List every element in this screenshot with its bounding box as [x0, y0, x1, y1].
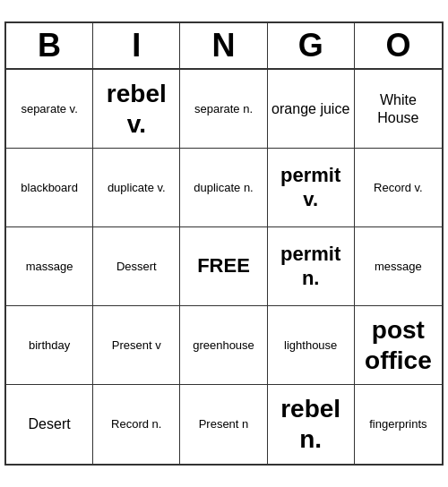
- cell-text-16: Present v: [112, 338, 161, 353]
- bingo-cell-3: orange juice: [268, 70, 355, 149]
- cell-text-22: Present n: [199, 417, 249, 431]
- bingo-cell-24: fingerprints: [355, 385, 442, 464]
- bingo-cell-23: rebel n.: [268, 385, 355, 464]
- bingo-card: BINGO separate v.rebel v.separate n.oran…: [4, 21, 444, 466]
- bingo-cell-11: Dessert: [93, 227, 180, 306]
- bingo-grid: separate v.rebel v.separate n.orange jui…: [6, 70, 442, 464]
- cell-text-1: rebel v.: [97, 79, 176, 139]
- header-letter-i: I: [93, 23, 180, 68]
- cell-text-3: orange juice: [271, 100, 349, 117]
- cell-text-11: Dessert: [116, 260, 157, 274]
- cell-text-13: permit n.: [271, 243, 350, 290]
- cell-text-24: fingerprints: [369, 417, 426, 431]
- cell-text-0: separate v.: [21, 102, 77, 116]
- bingo-cell-8: permit v.: [268, 149, 355, 227]
- cell-text-15: birthday: [29, 338, 70, 353]
- header-letter-o: O: [355, 23, 442, 68]
- bingo-cell-6: duplicate v.: [93, 149, 180, 227]
- bingo-cell-19: post office: [355, 306, 442, 385]
- bingo-cell-1: rebel v.: [93, 70, 180, 149]
- bingo-cell-9: Record v.: [355, 149, 442, 227]
- bingo-cell-17: greenhouse: [180, 306, 267, 385]
- cell-text-7: duplicate n.: [194, 181, 254, 195]
- bingo-cell-13: permit n.: [268, 227, 355, 306]
- bingo-cell-10: massage: [6, 227, 93, 306]
- cell-text-2: separate n.: [194, 102, 253, 116]
- bingo-cell-5: blackboard: [6, 149, 93, 227]
- cell-text-10: massage: [26, 260, 73, 274]
- bingo-cell-16: Present v: [93, 306, 180, 385]
- header-letter-b: B: [6, 23, 93, 68]
- cell-text-20: Desert: [29, 415, 71, 432]
- cell-text-8: permit v.: [271, 164, 350, 211]
- bingo-cell-2: separate n.: [180, 70, 267, 149]
- cell-text-9: Record v.: [374, 181, 423, 195]
- cell-text-12: FREE: [197, 254, 250, 278]
- bingo-cell-20: Desert: [6, 385, 93, 464]
- bingo-cell-0: separate v.: [6, 70, 93, 149]
- bingo-cell-7: duplicate n.: [180, 149, 267, 227]
- cell-text-17: greenhouse: [193, 338, 254, 353]
- bingo-cell-4: White House: [355, 70, 442, 149]
- bingo-cell-18: lighthouse: [268, 306, 355, 385]
- bingo-cell-12: FREE: [180, 227, 267, 306]
- cell-text-5: blackboard: [21, 181, 78, 195]
- header-letter-g: G: [268, 23, 355, 68]
- cell-text-6: duplicate v.: [108, 181, 166, 195]
- bingo-cell-15: birthday: [6, 306, 93, 385]
- bingo-header: BINGO: [6, 23, 442, 70]
- bingo-cell-14: message: [355, 227, 442, 306]
- cell-text-19: post office: [358, 315, 438, 375]
- cell-text-4: White House: [358, 91, 438, 125]
- cell-text-14: message: [375, 260, 422, 274]
- cell-text-23: rebel n.: [271, 394, 350, 454]
- cell-text-21: Record n.: [111, 417, 161, 431]
- header-letter-n: N: [180, 23, 267, 68]
- bingo-cell-22: Present n: [180, 385, 267, 464]
- bingo-cell-21: Record n.: [93, 385, 180, 464]
- cell-text-18: lighthouse: [284, 338, 337, 353]
